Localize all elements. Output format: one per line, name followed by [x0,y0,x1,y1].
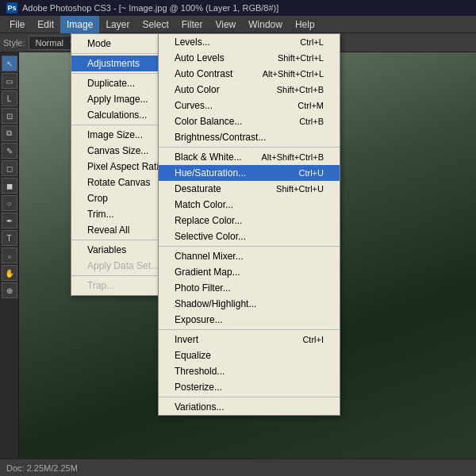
adj-photo-filter[interactable]: Photo Filter... [159,280,340,296]
adj-black-white-shortcut: Alt+Shift+Ctrl+B [261,152,324,162]
adj-brightness-contrast-label: Brightness/Contrast... [175,132,266,143]
adj-auto-color-shortcut: Shift+Ctrl+B [277,85,324,94]
menu-help[interactable]: Help [289,16,321,33]
adj-channel-mixer-label: Channel Mixer... [175,251,244,262]
style-label: Style: [3,38,25,48]
menu-edit[interactable]: Edit [31,16,60,33]
tool-hand[interactable]: ✋ [2,265,17,281]
adj-black-white[interactable]: Black & White... Alt+Shift+Ctrl+B [159,149,340,165]
adj-hue-saturation-label: Hue/Saturation... [175,167,246,178]
menu-select[interactable]: Select [136,16,175,33]
adj-sep-4 [159,397,340,397]
status-bar: Doc: 2.25M/2.25M [0,459,476,476]
adj-sep-2 [159,246,340,247]
tool-slice[interactable]: ⧉ [2,125,17,141]
tool-crop[interactable]: ⊡ [2,108,17,124]
adj-auto-contrast-shortcut: Alt+Shift+Ctrl+L [263,69,324,79]
adj-threshold[interactable]: Threshold... [159,363,340,379]
adj-sep-3 [159,329,340,330]
menu-reveal-all-label: Reveal All [87,225,129,236]
adj-shadow-highlight-label: Shadow/Highlight... [175,298,256,309]
menu-filter[interactable]: Filter [175,16,209,33]
adj-threshold-label: Threshold... [175,366,225,377]
adj-levels-label: Levels... [175,36,210,48]
tool-brush[interactable]: ✎ [2,143,17,159]
adj-shadow-highlight[interactable]: Shadow/Highlight... [159,296,340,312]
adj-equalize-label: Equalize [175,350,211,361]
menu-view[interactable]: View [209,16,242,33]
adj-sep-1 [159,147,340,148]
tool-path[interactable]: ⬦ [2,248,17,263]
adj-invert[interactable]: Invert Ctrl+I [159,332,340,347]
menu-canvas-size-label: Canvas Size... [87,145,148,156]
tool-select-rect[interactable]: ▭ [2,73,17,89]
adj-desaturate-shortcut: Shift+Ctrl+U [276,184,324,194]
menu-pixel-aspect-label: Pixel Aspect Ratio [87,161,164,172]
menu-layer[interactable]: Layer [99,16,136,33]
adj-photo-filter-label: Photo Filter... [175,282,231,294]
title-text: Adobe Photoshop CS3 - [~ Image.jpg @ 100… [22,3,278,13]
tool-dodge[interactable]: ○ [2,195,17,211]
adj-gradient-map[interactable]: Gradient Map... [159,264,340,280]
adj-auto-contrast[interactable]: Auto Contrast Alt+Shift+Ctrl+L [159,66,340,82]
adj-posterize[interactable]: Posterize... [159,379,340,395]
tool-zoom[interactable]: ⊕ [2,282,17,298]
menu-apply-dataset-label: Apply Data Set... [87,260,159,271]
tool-pen[interactable]: ✒ [2,213,17,228]
tool-text[interactable]: T [2,230,17,246]
adj-black-white-label: Black & White... [175,152,242,163]
adj-replace-color-label: Replace Color... [175,215,242,226]
tool-lasso[interactable]: L [2,90,17,106]
menu-image-size-label: Image Size... [87,129,143,140]
menu-calculations-label: Calculations... [87,109,147,121]
adj-variations-label: Variations... [175,401,224,413]
menu-apply-image-label: Apply Image... [87,94,148,105]
adj-desaturate-label: Desaturate [175,183,221,194]
adj-brightness-contrast[interactable]: Brightness/Contrast... [159,129,340,145]
adj-replace-color[interactable]: Replace Color... [159,213,340,228]
menu-rotate-canvas-label: Rotate Canvas [87,177,150,188]
menu-mode-label: Mode [87,38,111,49]
menu-crop-label: Crop [87,193,108,204]
adj-desaturate[interactable]: Desaturate Shift+Ctrl+U [159,181,340,197]
adj-curves[interactable]: Curves... Ctrl+M [159,98,340,113]
menu-window[interactable]: Window [242,16,289,33]
adj-auto-levels-shortcut: Shift+Ctrl+L [278,53,324,63]
adj-auto-levels[interactable]: Auto Levels Shift+Ctrl+L [159,50,340,66]
adj-variations[interactable]: Variations... [159,399,340,415]
adj-levels-shortcut: Ctrl+L [300,37,324,47]
menu-trim-label: Trim... [87,209,114,220]
adj-color-balance[interactable]: Color Balance... Ctrl+B [159,113,340,129]
adj-auto-contrast-label: Auto Contrast [175,68,232,79]
menu-image[interactable]: Image [60,16,99,33]
adj-equalize[interactable]: Equalize [159,347,340,363]
adj-match-color[interactable]: Match Color... [159,197,340,213]
adj-exposure-label: Exposure... [175,314,223,325]
menu-duplicate-label: Duplicate... [87,78,135,89]
adj-selective-color-label: Selective Color... [175,231,246,242]
adj-match-color-label: Match Color... [175,199,233,210]
adj-hue-saturation-shortcut: Ctrl+U [299,168,324,178]
menu-adjustments-label: Adjustments [87,58,140,69]
tools-panel: ↖ ▭ L ⊡ ⧉ ✎ ◻ ◼ ○ ✒ T ⬦ ✋ ⊕ [0,52,19,459]
ps-icon: Ps [6,2,17,13]
adj-invert-label: Invert [175,334,198,345]
adj-posterize-label: Posterize... [175,382,222,393]
adj-selective-color[interactable]: Selective Color... [159,228,340,244]
adj-color-balance-shortcut: Ctrl+B [299,117,324,126]
adj-auto-color[interactable]: Auto Color Shift+Ctrl+B [159,82,340,98]
menu-file[interactable]: File [3,16,31,33]
adj-exposure[interactable]: Exposure... [159,312,340,328]
adj-gradient-map-label: Gradient Map... [175,267,240,278]
adj-hue-saturation[interactable]: Hue/Saturation... Ctrl+U [159,165,340,181]
tool-gradient[interactable]: ◼ [2,178,17,194]
adj-channel-mixer[interactable]: Channel Mixer... [159,248,340,264]
menu-trap-label: Trap... [87,280,114,291]
adj-curves-label: Curves... [175,100,213,111]
tool-eraser[interactable]: ◻ [2,160,17,176]
tool-move[interactable]: ↖ [2,56,17,71]
adj-curves-shortcut: Ctrl+M [298,101,324,110]
menu-bar: File Edit Image Layer Select Filter View… [0,16,476,33]
adjustments-submenu[interactable]: Levels... Ctrl+L Auto Levels Shift+Ctrl+… [158,33,340,416]
adj-levels[interactable]: Levels... Ctrl+L [159,34,340,50]
